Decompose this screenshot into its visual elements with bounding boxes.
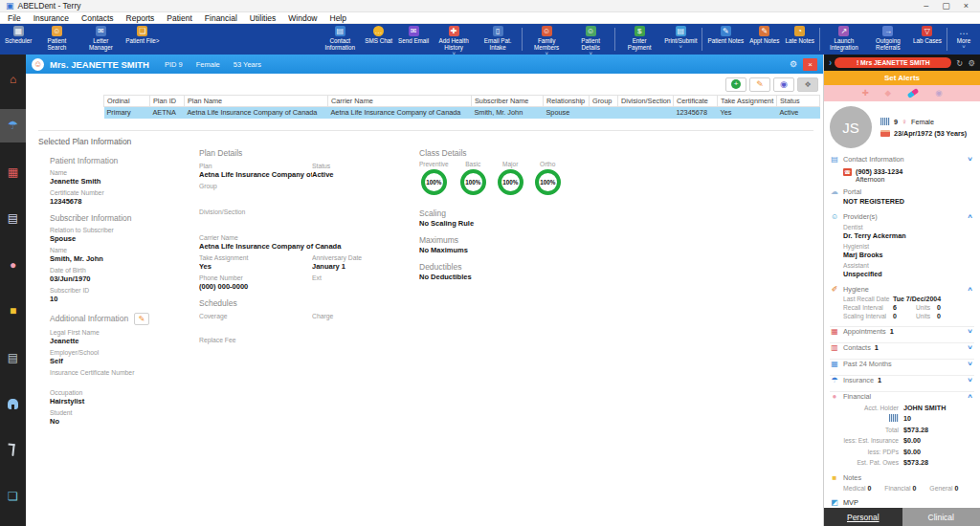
financial-section[interactable]: ● Financial ˄ bbox=[830, 391, 974, 401]
toolbar-patient-details-button[interactable]: ☺ Patient Details ˅ bbox=[568, 24, 612, 55]
settings-gear-icon[interactable]: ⚙ bbox=[968, 58, 975, 68]
mvp-section[interactable]: ◩ MVP bbox=[830, 498, 974, 507]
toolbar-launch-integration-button[interactable]: ↗ Launch Integration bbox=[822, 24, 866, 55]
col-carrier-name[interactable]: Carrier Name bbox=[328, 96, 472, 107]
toolbar-family-members-button[interactable]: ☺ Family Members ˅ bbox=[524, 24, 568, 55]
toolbar-print-submit-button[interactable]: ▤ Print/Submit ˅ bbox=[661, 24, 700, 55]
medication-alert-icon[interactable] bbox=[907, 88, 920, 99]
hygiene-section[interactable]: ✐ Hygiene ˄ bbox=[830, 285, 974, 294]
add-plan-button[interactable]: + bbox=[725, 77, 746, 92]
field-value: 0 bbox=[912, 485, 916, 492]
past-24-months-section[interactable]: ▦ Past 24 Months ˅ bbox=[830, 359, 974, 368]
tab-clinical[interactable]: Clinical bbox=[902, 508, 980, 526]
field-value: Active bbox=[312, 170, 417, 179]
rail-documents-button[interactable]: ▤ bbox=[0, 340, 26, 375]
col-group[interactable]: Group bbox=[590, 96, 618, 107]
chevron-up-icon[interactable]: ˄ bbox=[968, 212, 974, 221]
col-division-section[interactable]: Division/Section bbox=[618, 96, 674, 107]
field-value: Dr. Terry Ackerman bbox=[843, 231, 974, 240]
info-alert-icon[interactable]: ◉ bbox=[935, 89, 942, 98]
toolbar-patient-search-button[interactable]: ☺ Patient Search bbox=[34, 24, 78, 55]
toolbar-patient-notes-button[interactable]: ✎ Patient Notes bbox=[704, 24, 746, 55]
banner-close-button[interactable]: × bbox=[803, 58, 817, 71]
toolbar-appt-notes-button[interactable]: ✎ Appt Notes bbox=[746, 24, 782, 55]
toolbar-send-email-button[interactable]: ✉ Send Email bbox=[395, 24, 432, 55]
toolbar-more-button[interactable]: … More ˅ bbox=[949, 24, 978, 55]
plan-tool-button[interactable]: ❖ bbox=[797, 77, 818, 92]
rail-financial-button[interactable]: ● bbox=[0, 248, 26, 282]
tab-personal[interactable]: Personal bbox=[824, 508, 902, 526]
col-plan-id[interactable]: Plan ID bbox=[150, 96, 185, 107]
col-plan-name[interactable]: Plan Name bbox=[185, 96, 328, 107]
plan-status-button[interactable]: ◉ bbox=[773, 77, 794, 92]
chevron-down-icon[interactable]: ˅ bbox=[968, 376, 974, 384]
chevron-down-icon[interactable]: ˅ bbox=[968, 327, 974, 336]
medical-kit-alert-icon[interactable]: ✚ bbox=[861, 89, 868, 98]
toolbar-letter-manager-button[interactable]: ✉ Letter Manager bbox=[78, 24, 122, 55]
section-count: 1 bbox=[890, 327, 894, 336]
minimize-button[interactable]: – bbox=[924, 2, 928, 11]
close-button[interactable]: × bbox=[964, 2, 969, 11]
allergy-alert-icon[interactable]: ◆ bbox=[885, 89, 892, 98]
patient-alert-pill[interactable]: ! Mrs JEANETTE SMITH bbox=[835, 57, 951, 68]
collapse-panel-icon[interactable]: › bbox=[829, 57, 832, 68]
toolbar-scheduler-button[interactable]: ▦ Scheduler bbox=[2, 24, 34, 55]
rail-notes-button[interactable]: ■ bbox=[0, 295, 26, 329]
banner-gear-icon[interactable]: ⚙ bbox=[790, 59, 797, 69]
chevron-down-icon[interactable]: ˅ bbox=[968, 360, 974, 368]
contacts-section[interactable]: ▥ Contacts 1 ˅ bbox=[830, 342, 974, 352]
menu-insurance[interactable]: Insurance bbox=[33, 13, 69, 23]
appointments-section[interactable]: ▦ Appointments 1 ˅ bbox=[830, 326, 974, 336]
menu-contacts[interactable]: Contacts bbox=[81, 13, 114, 23]
class-major: Major 100% bbox=[498, 161, 523, 195]
toolbar-email-pat-intake-button[interactable]: ▯ Email Pat. Intake bbox=[476, 24, 520, 55]
notes-icon: ■ bbox=[830, 474, 839, 482]
edit-additional-info-button[interactable]: ✎ bbox=[134, 313, 149, 325]
toolbar-lab-cases-button[interactable]: ▽ Lab Cases bbox=[910, 24, 945, 55]
chevron-down-icon[interactable]: ˅ bbox=[968, 155, 974, 164]
dental-probe-icon bbox=[11, 444, 14, 456]
refresh-icon[interactable]: ↻ bbox=[956, 58, 963, 68]
menu-help[interactable]: Help bbox=[330, 13, 346, 23]
menu-financial[interactable]: Financial bbox=[205, 13, 237, 23]
menu-patient[interactable]: Patient bbox=[167, 13, 191, 23]
chevron-down-icon[interactable]: ˅ bbox=[968, 343, 974, 352]
col-certificate[interactable]: Certificate bbox=[674, 96, 718, 107]
rail-imaging-button[interactable]: ❏ bbox=[0, 480, 26, 515]
contact-information-section[interactable]: ▤ Contact Information ˅ bbox=[830, 155, 974, 164]
rail-insurance-button[interactable]: ☂ bbox=[0, 109, 26, 143]
notes-section[interactable]: ■ Notes bbox=[830, 473, 974, 482]
providers-section[interactable]: ☺ Provider(s) ˄ bbox=[830, 212, 974, 221]
toolbar-outgoing-referrals-button[interactable]: → Outgoing Referrals bbox=[866, 24, 910, 55]
set-alerts-button[interactable]: Set Alerts bbox=[824, 71, 980, 85]
col-relationship[interactable]: Relationship bbox=[544, 96, 590, 107]
menu-window[interactable]: Window bbox=[288, 13, 317, 23]
edit-plan-button[interactable]: ✎ bbox=[749, 77, 770, 92]
toolbar-sms-chat-button[interactable]: … SMS Chat bbox=[362, 24, 395, 55]
col-subscriber-name[interactable]: Subscriber Name bbox=[472, 96, 544, 107]
toolbar-contact-information-button[interactable]: ▤ Contact Information bbox=[318, 24, 362, 55]
rail-treatment-plan-button[interactable]: ▤ bbox=[0, 202, 26, 236]
field-value: $573.28 bbox=[903, 458, 928, 467]
section-label: Past 24 Months bbox=[843, 360, 892, 368]
chevron-up-icon[interactable]: ˄ bbox=[968, 392, 974, 401]
col-take-assignment[interactable]: Take Assignment bbox=[718, 96, 777, 107]
chevron-up-icon[interactable]: ˄ bbox=[968, 285, 974, 294]
menu-reports[interactable]: Reports bbox=[126, 13, 155, 23]
menu-utilities[interactable]: Utilities bbox=[250, 13, 276, 23]
rail-appointments-button[interactable]: ▦ bbox=[0, 155, 26, 189]
toolbar-patient-file-button[interactable]: ❏ Patient File> bbox=[122, 24, 162, 55]
toolbar-enter-payment-button[interactable]: $ Enter Payment bbox=[617, 24, 661, 55]
rail-home-button[interactable]: ⌂ bbox=[0, 62, 26, 97]
col-status[interactable]: Status bbox=[777, 96, 820, 107]
maximize-button[interactable]: ▢ bbox=[942, 2, 950, 11]
col-ordinal[interactable]: Ordinal bbox=[104, 96, 150, 107]
toolbar-add-health-history-button[interactable]: ✚ Add Health History ˅ bbox=[432, 24, 476, 55]
table-row[interactable]: Primary AETNA Aetna Life Insurance Compa… bbox=[104, 107, 820, 119]
toolbar-late-notes-button[interactable]: ◔ Late Notes bbox=[782, 24, 816, 55]
rail-clinical-chart-button[interactable] bbox=[0, 387, 26, 422]
rail-perio-button[interactable] bbox=[0, 433, 26, 468]
cell-plan-name: Aetna Life Insurance Company of Canada bbox=[185, 107, 328, 119]
menu-file[interactable]: File bbox=[8, 13, 21, 23]
insurance-section[interactable]: ☂ Insurance 1 ˅ bbox=[830, 375, 974, 384]
